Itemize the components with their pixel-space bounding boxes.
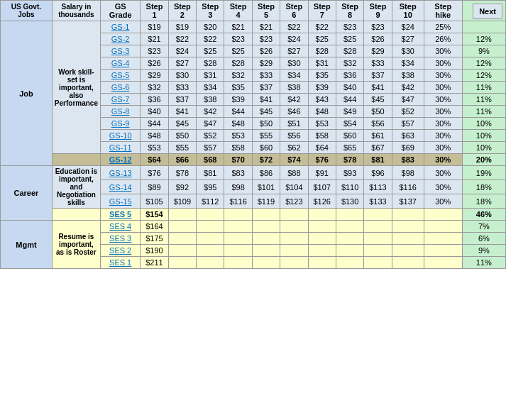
empty-cell	[280, 245, 308, 257]
step-value: $110	[336, 180, 363, 194]
step-value: $42	[197, 106, 224, 118]
empty-cell	[336, 245, 363, 257]
step-value: $89	[141, 180, 168, 194]
hike-value: 30%	[424, 106, 462, 118]
step-value: $33	[364, 57, 392, 70]
ses-grade-cell[interactable]: SES 5	[100, 209, 140, 221]
step-value: $32	[224, 70, 252, 82]
step-value: $83	[224, 166, 252, 180]
step-value: $50	[364, 106, 392, 118]
ses5-salary: $154	[141, 209, 168, 221]
empty-cell	[197, 257, 224, 269]
ses-grade-cell[interactable]: SES 1	[100, 257, 140, 269]
step-value: $38	[392, 70, 424, 82]
gs-grade-cell[interactable]: GS-15	[100, 194, 140, 209]
step-value: $57	[392, 118, 424, 130]
gs-grade-cell[interactable]: GS-5	[100, 70, 140, 82]
step-value: $54	[336, 118, 363, 130]
step-value: $22	[280, 21, 308, 33]
gs-grade-cell[interactable]: GS-10	[100, 130, 140, 142]
step-value: $113	[364, 180, 392, 194]
step-value: $44	[141, 118, 168, 130]
step-value: $58	[308, 130, 336, 142]
empty-cell	[336, 233, 363, 245]
step-value: $37	[364, 70, 392, 82]
gs-grade-cell[interactable]: GS-1	[100, 21, 140, 33]
step-value: $41	[364, 82, 392, 94]
step-value: $29	[252, 57, 280, 70]
step-value: $69	[392, 142, 424, 154]
step-value: $58	[224, 142, 252, 154]
ses5-desc	[52, 209, 100, 221]
step-value: $35	[224, 82, 252, 94]
header-step1: Step 1	[141, 1, 168, 21]
step-value: $38	[197, 94, 224, 106]
ses-grade-cell[interactable]: SES 4	[100, 221, 140, 233]
step-value: $95	[197, 180, 224, 194]
step-value: $45	[252, 106, 280, 118]
step-value: $52	[197, 130, 224, 142]
hike-value: 30%	[424, 142, 462, 154]
gs-grade-cell[interactable]: GS-11	[100, 142, 140, 154]
step-value: $46	[280, 106, 308, 118]
hike-value: 25%	[424, 21, 462, 33]
header-step9: Step 9	[364, 1, 392, 21]
step-value: $78	[336, 154, 363, 166]
step-value: $30	[392, 45, 424, 57]
ses-grade-cell[interactable]: SES 3	[100, 233, 140, 245]
step-value: $44	[224, 106, 252, 118]
step-value: $53	[141, 142, 168, 154]
gs-grade-cell[interactable]: GS-4	[100, 57, 140, 70]
gs-grade-cell[interactable]: GS-6	[100, 82, 140, 94]
gs-grade-cell[interactable]: GS-2	[100, 33, 140, 45]
gs-grade-cell[interactable]: GS-9	[100, 118, 140, 130]
gs12-salary-desc	[52, 154, 100, 166]
gs-grade-cell[interactable]: GS-3	[100, 45, 140, 57]
category-mgmt: Mgmt	[1, 221, 53, 269]
step-value: $34	[280, 70, 308, 82]
step-value: $98	[392, 166, 424, 180]
step-value: $55	[168, 142, 196, 154]
gs-grade-cell[interactable]: GS-13	[100, 166, 140, 180]
next-button[interactable]: Next	[473, 4, 502, 19]
ses5-row: SES 5$15446%	[1, 209, 506, 221]
step-value: $105	[141, 194, 168, 209]
step-value: $107	[308, 180, 336, 194]
hike-value: 26%	[424, 33, 462, 45]
step-value: $109	[168, 194, 196, 209]
step-value: $76	[308, 154, 336, 166]
gs-grade-cell[interactable]: GS-7	[100, 94, 140, 106]
empty-cell	[424, 233, 462, 245]
empty-cell	[392, 257, 424, 269]
empty-cell	[364, 233, 392, 245]
empty-cell	[364, 209, 392, 221]
empty-cell	[197, 209, 224, 221]
header-salary: Salary in thousands	[52, 1, 100, 21]
step-value: $25	[197, 45, 224, 57]
empty-cell	[364, 245, 392, 257]
empty-cell	[252, 245, 280, 257]
step-value: $25	[308, 33, 336, 45]
step-value: $27	[392, 33, 424, 45]
table-row: JobWork skill-set is important, also Per…	[1, 21, 506, 33]
step-value: $22	[168, 33, 196, 45]
next-jump-value: 19%	[462, 166, 505, 180]
next-jump-value: 18%	[462, 180, 505, 194]
gs-grade-cell[interactable]: GS-12	[100, 154, 140, 166]
ses-grade-cell[interactable]: SES 2	[100, 245, 140, 257]
step-value: $60	[252, 142, 280, 154]
step-value: $29	[141, 70, 168, 82]
gs-grade-cell[interactable]: GS-14	[100, 180, 140, 194]
step-value: $104	[280, 180, 308, 194]
next-jump-value: 11%	[462, 106, 505, 118]
step-value: $31	[308, 57, 336, 70]
empty-cell	[308, 257, 336, 269]
empty-cell	[392, 233, 424, 245]
gs-grade-cell[interactable]: GS-8	[100, 106, 140, 118]
next-jump-value: 9%	[462, 245, 505, 257]
next-jump-value: 7%	[462, 221, 505, 233]
step-value: $25	[336, 33, 363, 45]
hike-value: 30%	[424, 154, 462, 166]
step-value: $62	[280, 142, 308, 154]
table-row: MgmtResume is important, as is RosterSES…	[1, 221, 506, 233]
